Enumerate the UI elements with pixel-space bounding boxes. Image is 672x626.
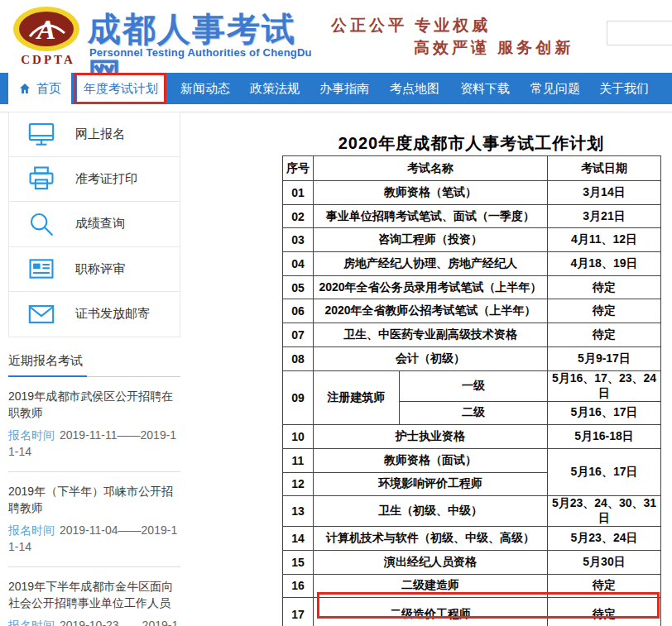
cell-name: 事业单位招聘考试笔试、面试（一季度） (314, 204, 548, 228)
nav-item-label: 常见问题 (530, 81, 580, 97)
cell-date: 5月30日 (548, 550, 661, 574)
table-row: 04房地产经纪人协理、房地产经纪人4月18、19日 (283, 252, 661, 276)
sidebar-item-label: 职称评审 (75, 261, 125, 277)
recent-exams-section: 近期报名考试 2019年成都市武侯区公开招聘在职教师 报名时间2019-11-1… (8, 348, 180, 626)
cell-name: 2020年全省公务员录用考试笔试（上半年） (314, 275, 548, 299)
nav-item-policies[interactable]: 政策法规 (247, 73, 302, 104)
table-row: 15演出经纪人员资格5月30日 (283, 550, 661, 574)
cell-name: 演出经纪人员资格 (314, 550, 548, 574)
cell-no: 06 (283, 299, 314, 323)
sidebar-item-certificate-mailing[interactable]: 证书发放邮寄 (8, 292, 180, 337)
cell-date: 4月11、12日 (548, 228, 661, 252)
cell-date: 5月16、17日 (548, 401, 661, 425)
site-subtitle: Personnel Testing Authorities of ChengDu (89, 46, 338, 59)
nav-item-news[interactable]: 新闻动态 (178, 73, 233, 104)
table-row: 02事业单位招聘考试笔试、面试（一季度）3月21日 (283, 204, 661, 228)
nav-item-label: 关于我们 (599, 81, 649, 97)
cell-name: 二级建造师 (314, 574, 548, 598)
recent-exams-title: 近期报名考试 (8, 348, 180, 377)
news-title: 2019年成都市武侯区公开招聘在职教师 (8, 388, 180, 421)
cell-name: 咨询工程师（投资） (314, 228, 548, 252)
table-header-row: 序号 考试名称 考试日期 (283, 156, 661, 181)
cell-name: 护士执业资格 (314, 425, 548, 449)
nav-item-label: 新闻动态 (180, 81, 230, 97)
cell-name: 教师资格（面试） (314, 448, 548, 472)
nav-item-home[interactable]: 首页 (8, 73, 71, 104)
news-time: 报名时间2019-11-11——2019-11-14 (8, 427, 180, 460)
cell-name: 二级造价工程师 (314, 598, 548, 626)
nav-item-faq[interactable]: 常见问题 (528, 73, 583, 104)
sidebar: 网上报名 准考证打印 成绩查询 职称评审 证书发放邮寄 (8, 112, 180, 626)
cell-level: 二级 (400, 401, 548, 425)
table-row: 14计算机技术与软件（初级、中级、高级）5月23、24日 (283, 527, 661, 551)
main-nav: 首页 年度考试计划 新闻动态 政策法规 办事指南 考点地图 资料下载 常见问题 … (0, 73, 672, 104)
time-label: 报名时间 (8, 619, 55, 626)
id-card-icon (27, 255, 55, 283)
cell-date: 5月23、24日 (548, 527, 661, 551)
cell-date: 5月16、17、23、24日 (548, 370, 661, 401)
sidebar-item-title-review[interactable]: 职称评审 (8, 247, 180, 293)
page-title: 2020年度成都市人事考试工作计划 (282, 132, 660, 155)
col-header-date: 考试日期 (548, 156, 661, 181)
site-logo[interactable]: A CDPTA (12, 5, 84, 69)
mail-icon (27, 300, 55, 328)
cell-name: 房地产经纪人协理、房地产经纪人 (314, 252, 548, 276)
cell-date: 待定 (548, 299, 661, 323)
cdpta-logo-icon: A (12, 5, 81, 53)
cell-no: 04 (283, 252, 314, 276)
table-row: 11教师资格（面试）5月16、17日 (283, 448, 661, 472)
cell-no: 05 (283, 275, 314, 299)
time-label: 报名时间 (8, 523, 55, 537)
nav-item-site-map[interactable]: 考点地图 (387, 73, 442, 104)
table-row: 03咨询工程师（投资）4月11、12日 (283, 228, 661, 252)
nav-item-downloads[interactable]: 资料下载 (458, 73, 512, 104)
nav-item-label: 年度考试计划 (84, 81, 158, 97)
news-item[interactable]: 2019年（下半年）邛崃市公开招聘教师 报名时间2019-11-04——2019… (8, 472, 180, 567)
sidebar-item-admission-ticket-print[interactable]: 准考证打印 (8, 157, 180, 203)
cell-no: 15 (283, 550, 314, 574)
cell-no: 11 (283, 448, 314, 472)
cell-date: 5月23、24、30、31日 (548, 496, 661, 527)
cell-date: 待定 (548, 574, 661, 598)
news-time: 报名时间2019-11-04——2019-11-14 (8, 522, 180, 555)
nav-item-label: 政策法规 (250, 81, 300, 97)
cell-name: 2020年全省教师公招考试笔试（上半年） (314, 299, 548, 323)
nav-item-guide[interactable]: 办事指南 (317, 73, 372, 104)
sidebar-item-label: 准考证打印 (75, 171, 137, 187)
cell-no: 07 (283, 323, 314, 347)
cell-date: 3月14日 (548, 181, 661, 205)
news-title: 2019年（下半年）邛崃市公开招聘教师 (8, 483, 180, 516)
nav-item-annual-plan[interactable]: 年度考试计划 (77, 73, 165, 104)
cell-no: 01 (283, 181, 314, 205)
cell-date: 待定 (548, 275, 661, 299)
table-row: 062020年全省教师公招考试笔试（上半年）待定 (283, 299, 661, 323)
cell-date: 待定 (548, 598, 661, 626)
col-header-no: 序号 (283, 156, 314, 181)
table-row: 10护士执业资格5月16-18日 (283, 425, 661, 449)
cell-no: 14 (283, 527, 314, 551)
table-row-highlighted: 17二级造价工程师待定 (283, 598, 661, 626)
site-header: A CDPTA 成都人事考试网 Personnel Testing Author… (0, 0, 672, 73)
cell-name: 注册建筑师 (314, 370, 400, 425)
main-content: 2020年度成都市人事考试工作计划 序号 考试名称 考试日期 01教师资格（笔试… (190, 116, 672, 626)
nav-item-label: 办事指南 (319, 81, 369, 97)
search-input[interactable] (607, 21, 672, 45)
nav-item-about[interactable]: 关于我们 (597, 73, 651, 104)
nav-item-label: 首页 (36, 81, 61, 97)
sidebar-item-label: 网上报名 (75, 127, 125, 142)
cell-name: 计算机技术与软件（初级、中级、高级） (314, 527, 548, 551)
cell-name: 卫生、中医药专业副高级技术资格 (314, 323, 548, 347)
cell-date: 4月18、19日 (548, 252, 661, 276)
cell-name: 会计（初级） (314, 346, 548, 370)
exam-plan-table: 序号 考试名称 考试日期 01教师资格（笔试）3月14日 02事业单位招聘考试笔… (282, 155, 661, 626)
table-row: 052020年全省公务员录用考试笔试（上半年）待定 (283, 275, 661, 299)
table-row: 16二级建造师待定 (283, 574, 661, 598)
cell-no: 13 (283, 496, 314, 527)
slogan-line-2: 高效严谨 服务创新 (414, 37, 574, 59)
sidebar-item-online-registration[interactable]: 网上报名 (8, 112, 180, 157)
sidebar-item-score-query[interactable]: 成绩查询 (8, 202, 180, 247)
news-item[interactable]: 2019年成都市武侯区公开招聘在职教师 报名时间2019-11-11——2019… (8, 377, 180, 472)
search-icon (27, 210, 55, 238)
cell-date: 5月16、17日 (548, 448, 661, 495)
news-item[interactable]: 2019年下半年成都市金牛区面向社会公开招聘事业单位工作人员 报名时间2019-… (8, 567, 180, 626)
